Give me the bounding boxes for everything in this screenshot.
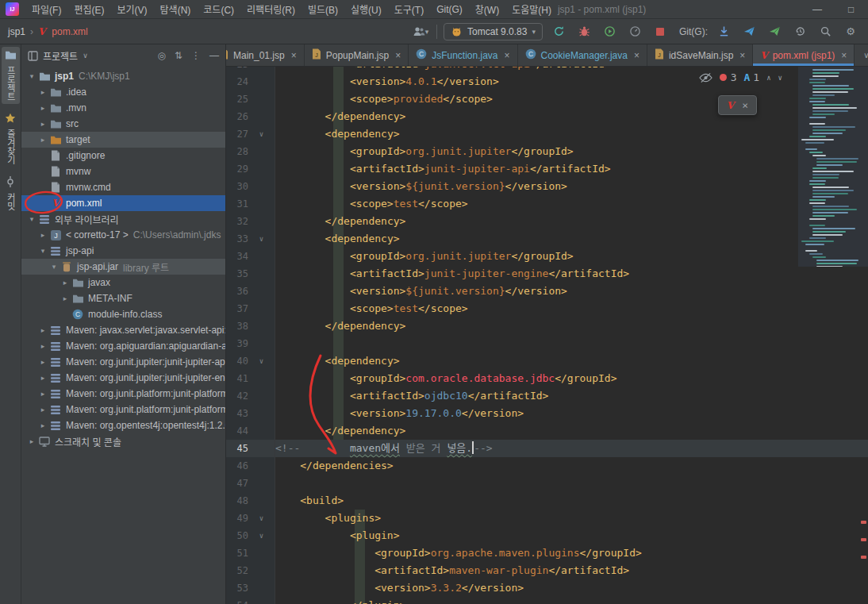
stripe-button-commit[interactable]: 커밋 [2, 173, 20, 214]
fold-column[interactable] [248, 457, 275, 475]
fold-column[interactable] [248, 300, 275, 317]
menu-item[interactable]: 빌드(B) [301, 0, 344, 18]
tree-row[interactable]: ▸javax [21, 275, 225, 290]
tree-row[interactable]: mvnw.cmd [21, 179, 225, 195]
stripe-button-favorites[interactable]: 즐겨찾기 [2, 110, 20, 167]
editor-gutter[interactable]: 25 [226, 90, 275, 108]
fold-marker-icon[interactable]: ∨ [248, 125, 275, 143]
fold-column[interactable] [248, 544, 275, 562]
menu-item[interactable]: 탐색(N) [154, 0, 198, 18]
fold-column[interactable] [248, 248, 275, 265]
tree-row[interactable]: Vpom.xml [21, 195, 225, 211]
editor-gutter[interactable]: 53 [226, 579, 275, 597]
fold-column[interactable] [248, 195, 275, 213]
fold-marker-icon[interactable]: ∨ [248, 230, 275, 248]
editor-gutter[interactable]: 46 [226, 457, 275, 475]
tree-row[interactable]: ▸Maven: org.junit.platform:junit-platfor… [21, 386, 225, 402]
editor-gutter[interactable]: 24 [226, 73, 275, 90]
fold-column[interactable] [248, 108, 275, 125]
tab-close-icon[interactable]: × [841, 50, 847, 61]
code-editor[interactable]: 23<artifactId>javax.servlet-api</artifac… [226, 67, 868, 604]
tree-row[interactable]: .gitignore [21, 148, 225, 164]
editor-tab[interactable]: CCookieManager.java× [518, 44, 647, 66]
editor-gutter[interactable]: 40∨ [226, 352, 275, 370]
fold-column[interactable] [248, 562, 275, 579]
run-configuration-select[interactable]: Tomcat 9.0.83 ▾ [444, 23, 543, 40]
minimize-button[interactable]: — [801, 0, 835, 19]
profiler-button[interactable] [625, 22, 644, 41]
maven-reload-popup[interactable]: V × [718, 95, 757, 115]
rerun-button[interactable] [549, 22, 568, 41]
tree-row[interactable]: ▸J< corretto-17 >C:\Users\admin\.jdks [21, 227, 225, 243]
fold-marker-icon[interactable]: ∨ [248, 352, 275, 370]
editor-gutter[interactable]: 41 [226, 370, 275, 387]
tree-row[interactable]: ▸Maven: org.opentest4j:opentest4j:1.2.0 [21, 417, 225, 433]
panel-options-kebab-button[interactable]: ⋮ [191, 50, 201, 61]
menu-item[interactable]: 편집(E) [67, 0, 110, 18]
editor-tab[interactable]: JidSaveMain.jsp× [647, 44, 753, 66]
editor-gutter[interactable]: 49∨ [226, 510, 275, 527]
editor-gutter[interactable]: 51 [226, 544, 275, 562]
tree-row[interactable]: ▸Maven: javax.servlet:javax.servlet-api:… [21, 322, 225, 338]
fold-column[interactable] [248, 440, 275, 457]
menu-item[interactable]: 리팩터링(R) [240, 0, 301, 18]
fold-column[interactable] [248, 160, 275, 178]
editor-gutter[interactable]: 30 [226, 178, 275, 195]
tree-row[interactable]: ▸Maven: org.junit.platform:junit-platfor… [21, 402, 225, 417]
tree-row[interactable]: ▸Maven: org.junit.jupiter:junit-jupiter-… [21, 370, 225, 386]
editor-gutter[interactable]: 33∨ [226, 230, 275, 248]
editor-gutter[interactable]: 28 [226, 143, 275, 160]
tree-row[interactable]: ▸.mvn [21, 100, 225, 116]
tree-row[interactable]: ▸Maven: org.apiguardian:apiguardian-api:… [21, 338, 225, 354]
settings-gear-icon[interactable]: ⚙ [841, 22, 860, 41]
editor-tab[interactable]: JPopupMain.jsp× [305, 44, 409, 66]
tree-row[interactable]: ▾외부 라이브러리 [21, 211, 225, 227]
menu-item[interactable]: 코드(C) [197, 0, 240, 18]
menu-item[interactable]: 보기(V) [110, 0, 153, 18]
tree-row[interactable]: ▸META-INF [21, 290, 225, 306]
tab-close-icon[interactable]: × [505, 50, 510, 61]
editor-gutter[interactable]: 37 [226, 300, 275, 317]
editor-gutter[interactable]: 34 [226, 248, 275, 265]
fold-column[interactable] [248, 597, 275, 604]
fold-column[interactable] [248, 335, 275, 352]
code-with-me-users-button[interactable]: ▾ [411, 22, 430, 41]
editor-gutter[interactable]: 23 [226, 67, 275, 73]
maximize-button[interactable]: □ [834, 0, 868, 19]
run-with-coverage-button[interactable] [600, 22, 619, 41]
editor-gutter[interactable]: 35 [226, 265, 275, 283]
menu-item[interactable]: 도구(T) [388, 0, 430, 18]
fold-marker-icon[interactable]: ∨ [248, 527, 275, 544]
fold-column[interactable] [248, 387, 275, 405]
push-button[interactable] [739, 22, 759, 41]
breadcrumb-project[interactable]: jsp1 [8, 26, 25, 37]
fold-column[interactable] [248, 422, 275, 440]
tree-row[interactable]: ▾jsp1C:\KMJ\jsp1 [21, 68, 225, 84]
editor-tab[interactable]: Vpom.xml (jsp1)× [753, 44, 855, 66]
minimap[interactable] [798, 67, 868, 267]
fold-column[interactable] [248, 370, 275, 387]
editor-gutter[interactable]: 27∨ [226, 125, 275, 143]
editor-gutter[interactable]: 54 [226, 597, 275, 604]
menu-item[interactable]: 도움말(H) [505, 0, 558, 18]
update-project-button[interactable] [714, 22, 733, 41]
editor-tab[interactable]: CJsFunction.java× [409, 44, 517, 66]
editor-gutter[interactable]: 29 [226, 160, 275, 178]
stop-button[interactable] [651, 22, 670, 41]
editor-gutter[interactable]: 44 [226, 422, 275, 440]
editor-gutter[interactable]: 50∨ [226, 527, 275, 544]
debug-button[interactable] [574, 22, 593, 41]
fold-column[interactable] [248, 283, 275, 300]
menu-item[interactable]: 창(W) [469, 0, 505, 18]
tree-row[interactable]: ▾jsp-api.jarlibrary 루트 [21, 259, 225, 275]
tab-close-icon[interactable]: × [634, 50, 639, 61]
commit-and-push-button[interactable] [765, 22, 784, 41]
previous-problem-button[interactable]: ∧ [766, 74, 770, 82]
tab-close-icon[interactable]: × [739, 50, 745, 61]
editor-gutter[interactable]: 52 [226, 562, 275, 579]
next-problem-button[interactable]: ∨ [778, 74, 782, 82]
editor-gutter[interactable]: 38 [226, 317, 275, 335]
editor-gutter[interactable]: 48 [226, 492, 275, 510]
hidden-tabs-button[interactable]: ∨ [855, 44, 868, 66]
menu-item[interactable]: 파일(F) [25, 0, 67, 18]
